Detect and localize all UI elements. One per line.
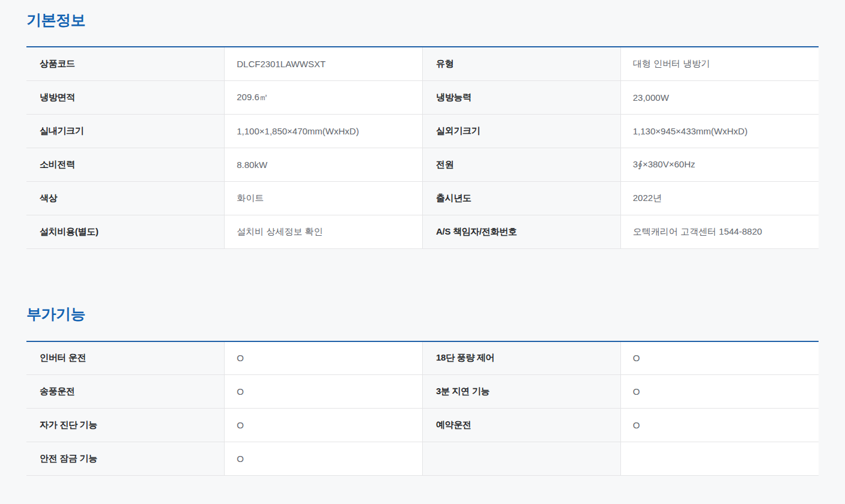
spec-label: 송풍운전 [26,375,225,409]
spec-value: O [225,442,423,476]
spec-label: 자가 진단 기능 [26,409,225,442]
spec-label: 냉방능력 [423,80,621,114]
spec-label: 설치비용(별도) [26,215,225,248]
spec-row: 자가 진단 기능 O 예약운전 O [26,409,819,442]
spec-row: 소비전력 8.80kW 전원 3∮×380V×60Hz [26,148,819,181]
spec-value-install-fee-link[interactable]: 설치비 상세정보 확인 [225,215,423,248]
spec-row: 냉방면적 209.6㎡ 냉방능력 23,000W [26,80,819,114]
spec-label: 색상 [26,181,225,215]
spec-value: 1,130×945×433mm(WxHxD) [620,114,819,148]
spec-label: 3분 지연 기능 [423,375,621,409]
spec-value: 209.6㎡ [225,80,423,114]
spec-value: 대형 인버터 냉방기 [620,47,819,80]
spec-value: 오텍캐리어 고객센터 1544-8820 [620,215,819,248]
spec-value: DLCF2301LAWWSXT [225,47,423,80]
spec-value: O [225,341,423,375]
spec-label: 냉방면적 [26,80,225,114]
spec-value: 화이트 [225,181,423,215]
section-title-additional-features: 부가기능 [26,305,819,323]
spec-row: 실내기크기 1,100×1,850×470mm(WxHxD) 실외기크기 1,1… [26,114,819,148]
spec-row: 상품코드 DLCF2301LAWWSXT 유형 대형 인버터 냉방기 [26,47,819,80]
spec-row: 설치비용(별도) 설치비 상세정보 확인 A/S 책임자/전화번호 오텍캐리어 … [26,215,819,248]
spec-label-empty [423,442,621,476]
spec-label: 인버터 운전 [26,341,225,375]
spec-label: 실내기크기 [26,114,225,148]
spec-label: 유형 [423,47,621,80]
spec-value: 1,100×1,850×470mm(WxHxD) [225,114,423,148]
section-title-basic-info: 기본정보 [26,11,819,29]
spec-label: A/S 책임자/전화번호 [423,215,621,248]
additional-features-table: 인버터 운전 O 18단 풍량 제어 O 송풍운전 O 3분 지연 기능 O 자… [26,341,819,476]
spec-page: 기본정보 상품코드 DLCF2301LAWWSXT 유형 대형 인버터 냉방기 … [0,0,845,476]
spec-value: O [225,409,423,442]
spec-value: O [620,409,819,442]
spec-value: 2022년 [620,181,819,215]
basic-info-table: 상품코드 DLCF2301LAWWSXT 유형 대형 인버터 냉방기 냉방면적 … [26,46,819,249]
spec-label: 예약운전 [423,409,621,442]
spec-label: 실외기크기 [423,114,621,148]
spec-row: 인버터 운전 O 18단 풍량 제어 O [26,341,819,375]
spec-value: O [620,341,819,375]
spec-value: O [620,375,819,409]
spec-label: 18단 풍량 제어 [423,341,621,375]
spec-label: 상품코드 [26,47,225,80]
spec-value: 8.80kW [225,148,423,181]
spec-value: O [225,375,423,409]
spec-row: 송풍운전 O 3분 지연 기능 O [26,375,819,409]
spec-label: 전원 [423,148,621,181]
spec-label: 소비전력 [26,148,225,181]
spec-label: 출시년도 [423,181,621,215]
spec-value: 3∮×380V×60Hz [620,148,819,181]
spec-row: 안전 잠금 기능 O [26,442,819,476]
spec-value-empty [620,442,819,476]
spec-row: 색상 화이트 출시년도 2022년 [26,181,819,215]
spec-value: 23,000W [620,80,819,114]
spec-label: 안전 잠금 기능 [26,442,225,476]
